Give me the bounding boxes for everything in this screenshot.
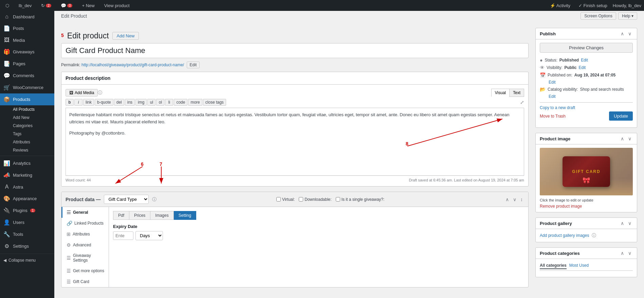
expand-editor-btn[interactable]: ⤢ [520, 100, 524, 105]
link-btn[interactable]: link [83, 99, 94, 106]
activity-icon[interactable]: ⚡ Activity [547, 0, 573, 11]
sidebar-item-dashboard[interactable]: ⌂ Dashboard [0, 11, 54, 22]
publish-expand-btn[interactable]: ∨ [627, 31, 633, 36]
finish-setup[interactable]: ✓ Finish setup [576, 0, 610, 11]
remove-product-image-link[interactable]: Remove product image [540, 204, 582, 209]
pds-more-options[interactable]: ☰ Get more options [61, 265, 109, 276]
sidebar-item-giveaways[interactable]: 🎁 Giveaways [0, 46, 54, 58]
editor-info-icon[interactable]: ⓘ [98, 90, 102, 96]
sidebar-item-products[interactable]: 📦 Products [0, 93, 54, 105]
help-button[interactable]: Help ▾ [618, 12, 637, 20]
downloadable-checkbox[interactable] [299, 197, 303, 201]
sidebar-item-appearance[interactable]: 🎨 Appearance [0, 193, 54, 205]
close-tags-btn[interactable]: close tags [203, 99, 226, 106]
sidebar-item-users[interactable]: 👤 Users [0, 216, 54, 228]
screen-options-button[interactable]: Screen Options [581, 12, 616, 20]
sidebar-item-media[interactable]: 🖼 Media [0, 34, 54, 46]
blockquote-btn[interactable]: b-quote [95, 99, 113, 106]
sidebar-item-woocommerce[interactable]: 🛒 WooCommerce [0, 82, 54, 93]
ul-btn[interactable]: ul [147, 99, 155, 106]
virtual-checkbox[interactable] [276, 197, 281, 201]
italic-btn[interactable]: i [74, 99, 82, 106]
add-media-button[interactable]: 🖼 Add Media [66, 89, 98, 97]
pds-advanced[interactable]: ⚙ Advanced [61, 240, 109, 250]
expiry-value-input[interactable] [113, 231, 133, 240]
edit-permalink-button[interactable]: Edit [187, 62, 200, 68]
product-image-container[interactable]: GIFT CARD 🎀 [540, 148, 633, 195]
del-btn[interactable]: del [114, 99, 124, 106]
sidebar-item-comments[interactable]: 💬 Comments [0, 70, 54, 82]
product-title-input[interactable] [61, 43, 529, 58]
li-btn[interactable]: li [165, 99, 173, 106]
sidebar-item-label: Settings [13, 244, 29, 249]
status-edit-link[interactable]: Edit [581, 58, 588, 63]
product-type-select[interactable]: Gift Card Type Simple product Variable p… [104, 195, 149, 204]
product-categories-collapse-btn[interactable]: ∧ [619, 250, 625, 256]
submenu-reviews[interactable]: Reviews [0, 146, 54, 154]
pds-gift-card[interactable]: ☰ Gift Card [61, 276, 109, 287]
product-gallery-expand-btn[interactable]: ∨ [627, 221, 633, 226]
add-new-button[interactable]: Add New [112, 32, 139, 40]
submenu-attributes[interactable]: Attributes [0, 138, 54, 146]
more-btn[interactable]: more [188, 99, 202, 106]
add-gallery-images-link[interactable]: Add product gallery images [540, 233, 589, 238]
product-type-info-icon[interactable]: ⓘ [152, 196, 157, 203]
visibility-edit-link[interactable]: Edit [578, 65, 586, 70]
expiry-unit-select[interactable]: Days Weeks Months Years [135, 231, 163, 240]
collapse-metabox-btn[interactable]: ∧ [504, 197, 510, 202]
ins-btn[interactable]: ins [125, 99, 135, 106]
submenu-all-products[interactable]: All Products [0, 105, 54, 113]
permalink-url[interactable]: http://localhost/giveaway/product/gift-c… [81, 63, 184, 67]
collapse-menu-btn[interactable]: ◀ Collapse menu [0, 255, 54, 265]
pds-linked-products[interactable]: 🔗 Linked Products [61, 218, 109, 229]
product-categories-expand-btn[interactable]: ∨ [627, 250, 633, 256]
pds-attributes[interactable]: ⊞ Attributes [61, 229, 109, 240]
catalog-edit-link[interactable]: Edit [549, 94, 556, 99]
sidebar-item-analytics[interactable]: 📊 Analytics [0, 157, 54, 169]
preview-changes-button[interactable]: Preview Changes [540, 43, 633, 53]
ol-btn[interactable]: ol [156, 99, 164, 106]
text-tab[interactable]: Text [509, 89, 524, 97]
img-btn[interactable]: img [135, 99, 147, 106]
most-used-tab[interactable]: Most Used [569, 262, 589, 269]
submenu-categories[interactable]: Categories [0, 122, 54, 130]
expand-metabox-btn[interactable]: ∨ [512, 197, 518, 202]
sidebar-item-plugins[interactable]: 🔌 Plugins 1 [0, 205, 54, 216]
bold-btn[interactable]: b [66, 99, 74, 106]
all-categories-tab[interactable]: All categories [540, 262, 567, 269]
gallery-info-icon[interactable]: ⓘ [592, 233, 596, 238]
resize-metabox-btn[interactable]: ↕ [519, 197, 524, 202]
view-product-link[interactable]: View product [102, 0, 132, 11]
submenu-add-new[interactable]: Add New [0, 113, 54, 122]
tab-prices[interactable]: Prices [129, 211, 150, 220]
pds-giveaway-settings[interactable]: ☰ Giveaway Settings [61, 250, 109, 265]
product-image-expand-btn[interactable]: ∨ [627, 136, 633, 141]
visual-tab[interactable]: Visual [491, 89, 509, 97]
giveaway-checkbox[interactable] [336, 197, 340, 201]
published-edit-link[interactable]: Edit [549, 80, 556, 85]
tab-images[interactable]: Images [150, 211, 173, 220]
site-name[interactable]: lb_dev [16, 0, 34, 11]
sidebar-item-tools[interactable]: 🔧 Tools [0, 228, 54, 240]
sidebar-item-marketing[interactable]: 📣 Marketing [0, 169, 54, 181]
sidebar-item-astra[interactable]: A Astra [0, 181, 54, 193]
comments-icon[interactable]: 💬 0 [58, 0, 75, 11]
move-to-trash-link[interactable]: Move to Trash [540, 114, 566, 119]
product-image-collapse-btn[interactable]: ∧ [619, 136, 625, 141]
sidebar-item-settings[interactable]: ⚙ Settings [0, 240, 54, 252]
sidebar-item-pages[interactable]: 📑 Pages [0, 58, 54, 70]
tab-pdf[interactable]: Pdf [113, 211, 129, 220]
wp-logo[interactable]: ⬡ [3, 0, 12, 11]
editor-textarea[interactable]: Pellentesque habitant morbi tristique se… [66, 108, 524, 176]
updates-count[interactable]: ↻ 2 [38, 0, 54, 11]
submenu-tags[interactable]: Tags [0, 130, 54, 138]
pds-general[interactable]: ☰ General [61, 207, 109, 218]
copy-to-draft-link[interactable]: Copy to a new draft [540, 105, 633, 110]
new-content[interactable]: + New [79, 0, 97, 11]
product-gallery-collapse-btn[interactable]: ∧ [619, 221, 625, 226]
update-button[interactable]: Update [609, 111, 633, 121]
sidebar-item-posts[interactable]: 📄 Posts [0, 22, 54, 34]
code-btn[interactable]: code [174, 99, 187, 106]
publish-collapse-btn[interactable]: ∧ [619, 31, 625, 36]
tab-setting[interactable]: Setting [174, 211, 196, 220]
